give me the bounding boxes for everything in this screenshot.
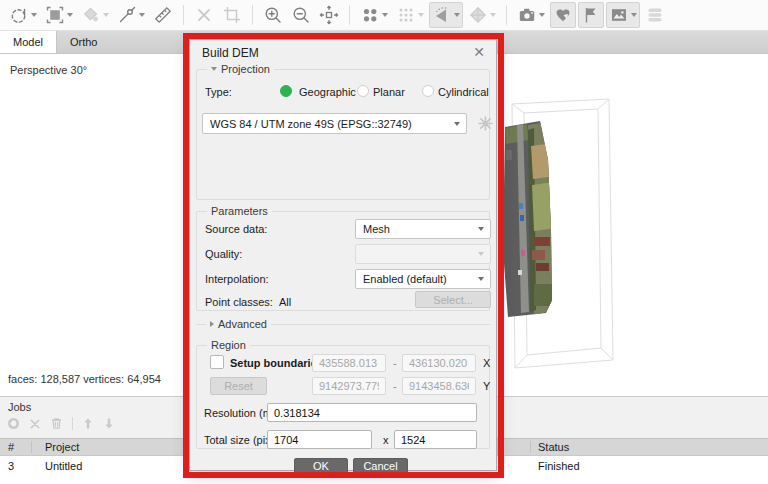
point-classes-label: Point classes: xyxy=(205,296,273,308)
column-header-project[interactable]: Project xyxy=(45,441,79,453)
resolution-input[interactable] xyxy=(267,403,477,422)
chevron-down-icon xyxy=(139,13,145,17)
delete-selection-button[interactable] xyxy=(191,2,217,28)
crop-button[interactable] xyxy=(219,2,245,28)
jobs-toolbar xyxy=(7,417,115,430)
polygon-selection-icon xyxy=(81,5,101,25)
column-divider xyxy=(31,441,32,453)
ruler-button[interactable] xyxy=(150,2,176,28)
radio-cylindrical[interactable] xyxy=(422,85,434,97)
radio-cylindrical-label[interactable]: Cylindrical xyxy=(438,86,489,98)
collapse-arrow-icon xyxy=(211,67,217,71)
fit-view-icon xyxy=(319,5,339,25)
show-cameras-button[interactable] xyxy=(514,2,548,28)
chevron-down-icon xyxy=(454,122,460,126)
tab-model[interactable]: Model xyxy=(0,31,57,53)
radio-geographic-label[interactable]: Geographic xyxy=(299,86,356,98)
parameters-group-label: Parameters xyxy=(207,205,272,217)
column-header-index[interactable]: # xyxy=(8,441,14,453)
advanced-group-label[interactable]: Advanced xyxy=(206,318,271,330)
column-divider xyxy=(530,441,531,453)
toolbar-separator xyxy=(183,5,184,25)
total-size-width-input[interactable] xyxy=(267,430,372,449)
application-window: Model Ortho Perspective 30° xyxy=(0,0,768,484)
chevron-down-icon xyxy=(478,227,484,231)
seamlines-button[interactable] xyxy=(642,2,668,28)
rectangle-selection-button[interactable] xyxy=(42,2,76,28)
boundary-x-min-input[interactable] xyxy=(312,354,386,372)
point-cloud-icon xyxy=(360,5,380,25)
crs-settings-icon[interactable] xyxy=(477,115,494,132)
ok-button[interactable]: OK xyxy=(294,458,348,473)
crop-icon xyxy=(222,5,242,25)
delete-job-icon[interactable] xyxy=(50,417,63,430)
shapes-icon xyxy=(553,5,573,25)
show-shapes-button[interactable] xyxy=(550,2,576,28)
chevron-down-icon xyxy=(478,277,484,281)
tiled-model-button[interactable] xyxy=(465,2,499,28)
jobs-panel-title: Jobs xyxy=(8,401,31,413)
dialog-title: Build DEM xyxy=(202,46,259,60)
close-icon[interactable]: ✕ xyxy=(471,44,487,60)
radio-geographic[interactable] xyxy=(280,85,292,97)
projection-group: Projection Type: Geographic Planar Cylin… xyxy=(196,69,490,200)
perspective-label: Perspective 30° xyxy=(10,64,87,76)
source-data-select[interactable]: Mesh xyxy=(355,219,491,239)
build-dem-dialog: Build DEM ✕ Projection Type: Geographic … xyxy=(189,39,497,471)
draw-polyline-button[interactable] xyxy=(114,2,148,28)
crs-select[interactable]: WGS 84 / UTM zone 49S (EPSG::32749) xyxy=(202,113,467,134)
setup-boundaries-checkbox[interactable] xyxy=(210,355,224,369)
cancel-job-icon[interactable] xyxy=(29,418,41,430)
shaded-model-button[interactable] xyxy=(429,2,463,28)
boundary-y-max-input[interactable] xyxy=(402,377,476,395)
move-down-icon[interactable] xyxy=(103,417,115,430)
projection-group-label[interactable]: Projection xyxy=(207,63,274,75)
column-header-status[interactable]: Status xyxy=(538,441,569,453)
cancel-button[interactable]: Cancel xyxy=(353,458,408,473)
interpolation-label: Interpolation: xyxy=(205,273,269,285)
rotate-region-button[interactable] xyxy=(6,2,40,28)
polygon-selection-button[interactable] xyxy=(78,2,112,28)
radio-planar[interactable] xyxy=(357,85,369,97)
delete-icon xyxy=(194,5,214,25)
chevron-down-icon xyxy=(539,13,545,17)
boundary-x-max-input[interactable] xyxy=(402,354,476,372)
point-cloud-button[interactable] xyxy=(357,2,391,28)
region-group: Region Setup boundaries: - X Reset - Y R… xyxy=(196,345,490,449)
show-images-button[interactable] xyxy=(606,2,640,28)
tab-ortho[interactable]: Ortho xyxy=(57,31,111,53)
tiled-model-icon xyxy=(468,5,488,25)
range-separator: - xyxy=(393,380,397,392)
quality-select[interactable] xyxy=(355,244,491,264)
total-size-height-input[interactable] xyxy=(394,430,477,449)
zoom-in-button[interactable] xyxy=(260,2,286,28)
record-job-icon[interactable] xyxy=(7,417,20,430)
show-markers-button[interactable] xyxy=(578,2,604,28)
model-3d-view xyxy=(495,85,645,385)
fit-view-button[interactable] xyxy=(316,2,342,28)
ruler-icon xyxy=(153,5,173,25)
type-label: Type: xyxy=(205,86,232,98)
main-toolbar xyxy=(0,0,768,31)
interpolation-select[interactable]: Enabled (default) xyxy=(355,269,491,289)
model-mesh xyxy=(500,118,560,318)
shaded-model-icon xyxy=(432,5,452,25)
reset-button[interactable]: Reset xyxy=(210,377,267,395)
zoom-out-button[interactable] xyxy=(288,2,314,28)
advanced-group: Advanced xyxy=(196,324,490,325)
chevron-down-icon xyxy=(31,13,37,17)
parameters-group: Parameters Source data: Mesh Quality: In… xyxy=(196,211,490,311)
select-classes-button[interactable]: Select... xyxy=(415,291,491,308)
dense-cloud-button[interactable] xyxy=(393,2,427,28)
jobs-toolbar-separator xyxy=(72,417,73,430)
radio-planar-label[interactable]: Planar xyxy=(373,86,405,98)
mesh-statistics: faces: 128,587 vertices: 64,954 xyxy=(8,373,161,385)
size-separator: x xyxy=(383,434,389,446)
rotate-region-icon xyxy=(9,5,29,25)
chevron-down-icon xyxy=(103,13,109,17)
source-data-label: Source data: xyxy=(205,223,267,235)
move-up-icon[interactable] xyxy=(82,417,94,430)
flag-icon xyxy=(581,5,601,25)
toolbar-separator xyxy=(252,5,253,25)
boundary-y-min-input[interactable] xyxy=(312,377,386,395)
